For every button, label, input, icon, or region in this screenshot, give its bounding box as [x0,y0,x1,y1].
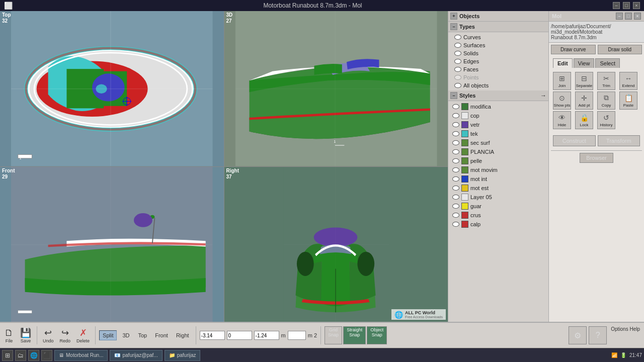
straight-snap-button[interactable]: StraightSnap [343,326,366,344]
files-icon[interactable]: 🗂 [15,350,26,361]
eye-points[interactable] [454,75,461,80]
new-button[interactable]: 🗋 File [2,327,16,344]
styles-arrow[interactable]: → [540,92,546,99]
paste-button[interactable]: 📋 Paste [619,92,637,110]
save-button[interactable]: 💾 Save [18,326,33,344]
eye-cop[interactable] [452,113,459,118]
objects-expand[interactable]: + [450,13,457,20]
tab-select[interactable]: Select [595,58,620,68]
style-secsurf[interactable]: sec surf [450,138,546,147]
eye-pelle[interactable] [452,158,459,163]
eye-layer05[interactable] [452,195,459,200]
taskbar-mol[interactable]: 🖥 Motorboat Run... [54,350,108,361]
nav-3d-button[interactable]: 3D [119,331,133,340]
type-item-edges[interactable]: Edges [452,57,544,65]
object-snap-button[interactable]: ObjectSnap [367,326,387,344]
coord-z-input[interactable] [254,331,279,340]
types-collapse[interactable]: – [450,23,457,30]
type-item-faces[interactable]: Faces [452,65,544,73]
taskbar-email[interactable]: 📧 pafurijaz@paf... [110,350,162,361]
start-icon[interactable]: ⊞ [2,350,13,361]
copy-button[interactable]: ⧉ Copy [597,92,615,110]
style-crus[interactable]: crus [450,211,546,220]
browser-button[interactable]: Browser [580,153,613,163]
coord-extra[interactable] [288,331,306,340]
eye-crus[interactable] [452,213,459,218]
viewport-front[interactable]: Front 29 [0,167,224,322]
style-motest[interactable]: mot est [450,184,546,193]
nav-top-button[interactable]: Top [135,331,150,340]
eye-curves[interactable] [454,35,461,40]
eye-edges[interactable] [454,59,461,64]
style-cop[interactable]: cop [450,111,546,120]
transform-button[interactable]: Transform [598,135,640,146]
construct-button[interactable]: Construct [553,135,596,146]
grid-snap-button[interactable]: GridSnap [325,326,342,344]
extend-button[interactable]: ↔ Extend [619,72,637,90]
viewport-right[interactable]: Right 37 [224,167,448,322]
style-motmovim[interactable]: mot movim [450,165,546,174]
minimize-button[interactable]: – [613,2,620,9]
draw-curve-button[interactable]: Draw curve [551,45,596,54]
taskbar-files[interactable]: 📁 pafurijaz [165,350,201,361]
mol-close[interactable]: × [634,13,641,20]
eye-motint[interactable] [452,176,459,182]
mol-minimize[interactable]: – [616,13,623,20]
coord-x-input[interactable] [200,331,225,340]
hide-button[interactable]: 👁 Hide [553,111,571,129]
addpt-button[interactable]: ✛ Add pt [575,92,593,110]
delete-button[interactable]: ✗ Delete [74,326,92,344]
coord-y-input[interactable] [227,331,252,340]
undo-button[interactable]: ↩ Undo [41,326,56,344]
eye-vetr[interactable] [452,122,459,127]
type-item-points[interactable]: Points [452,73,544,81]
redo-button[interactable]: ↪ Redo [58,326,73,344]
split-button[interactable]: Split [99,330,117,340]
nav-right-button[interactable]: Right [173,331,192,340]
eye-calp[interactable] [452,222,459,227]
eye-motmovim[interactable] [452,167,459,172]
terminal-icon[interactable]: ⬛ [41,350,52,361]
style-modifica[interactable]: modifica [450,102,546,111]
type-item-curves[interactable]: Curves [452,33,544,41]
style-calp[interactable]: calp [450,220,546,229]
tab-edit[interactable]: Edit [553,58,573,68]
eye-secsurf[interactable] [452,140,459,145]
eye-plancia[interactable] [452,149,459,154]
style-guar[interactable]: guar [450,202,546,211]
history-button[interactable]: ↺ History [597,111,615,129]
separate-button[interactable]: ⊟ Separate [575,72,593,90]
type-item-solids[interactable]: Solids [452,49,544,57]
nav-front-button[interactable]: Front [152,331,171,340]
lock-button[interactable]: 🔒 Lock [575,111,593,129]
eye-faces[interactable] [454,67,461,72]
eye-tek[interactable] [452,131,459,136]
browser-icon[interactable]: 🌐 [28,350,39,361]
eye-modifica[interactable] [452,104,459,109]
viewport-3d[interactable]: 3D 27 [224,11,448,166]
style-plancia[interactable]: PLANCIA [450,147,546,156]
showpts-button[interactable]: ⊙ Show pts [553,92,571,110]
eye-motest[interactable] [452,186,459,191]
style-pelle[interactable]: pelle [450,156,546,165]
draw-solid-button[interactable]: Draw solid [598,45,642,54]
style-vetr[interactable]: vetr [450,120,546,129]
style-layer05[interactable]: Layer 05 [450,193,546,202]
mol-restore[interactable]: □ [625,13,632,20]
tab-view[interactable]: View [574,58,595,68]
trim-button[interactable]: ✂ Trim [597,72,615,90]
type-item-surfaces[interactable]: Surfaces [452,41,544,49]
help-button[interactable]: ? [589,326,607,344]
eye-solids[interactable] [454,51,461,56]
eye-guar[interactable] [452,204,459,209]
style-tek[interactable]: tek [450,129,546,138]
styles-collapse[interactable]: – [450,92,457,99]
eye-all[interactable] [454,83,461,88]
maximize-button[interactable]: □ [623,2,630,9]
type-item-all[interactable]: All objects [452,81,544,89]
join-button[interactable]: ⊞ Join [553,72,571,90]
viewport-top[interactable]: Top 32 [0,11,224,166]
eye-surfaces[interactable] [454,43,461,48]
close-button[interactable]: × [633,2,640,9]
style-motint[interactable]: mot int [450,174,546,184]
